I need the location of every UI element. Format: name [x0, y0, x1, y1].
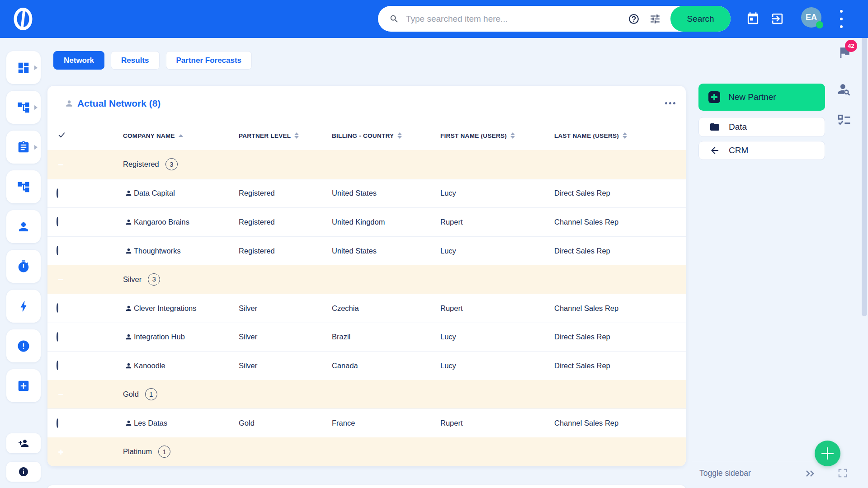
row-checkbox[interactable]: [57, 418, 58, 428]
person-search-icon[interactable]: [837, 82, 851, 96]
fullscreen-icon[interactable]: [838, 468, 848, 478]
calendar-icon[interactable]: [746, 12, 760, 26]
partner-level-cell: Registered: [239, 247, 332, 255]
online-status-dot: [816, 21, 823, 28]
billing-country-cell: France: [332, 419, 440, 427]
group-row-registered[interactable]: Registered 3: [47, 150, 686, 179]
select-all-column[interactable]: [47, 131, 123, 141]
crm-button[interactable]: CRM: [698, 141, 825, 160]
sidebar-item-dashboard[interactable]: [6, 51, 41, 84]
tab-partner-forecasts[interactable]: Partner Forecasts: [166, 51, 252, 70]
partner-level-cell: Silver: [239, 361, 332, 370]
table-row-integration-hub[interactable]: Integration Hub Silver Brazil Lucy Direc…: [47, 323, 686, 352]
sidebar-item-info[interactable]: [6, 462, 41, 482]
group-count-badge: 3: [165, 158, 178, 170]
sidebar-item-person[interactable]: [6, 210, 41, 243]
group-label: Gold: [123, 390, 139, 399]
company-cell: Kangaroo Brains: [123, 218, 239, 226]
add-fab-button[interactable]: [815, 441, 840, 466]
flag-notifications[interactable]: 42: [836, 40, 859, 63]
toggle-sidebar-label[interactable]: Toggle sidebar: [699, 469, 751, 478]
row-checkbox[interactable]: [57, 332, 58, 342]
table-row-thoughtworks[interactable]: Thoughtworks Registered United States Lu…: [47, 236, 686, 265]
tab-network[interactable]: Network: [53, 51, 104, 70]
group-row-silver[interactable]: Silver 3: [47, 265, 686, 294]
alert-icon: [17, 339, 30, 353]
billing-country-cell: United Kingdom: [332, 218, 440, 226]
search-button[interactable]: Search: [670, 6, 731, 32]
add-box-icon: [17, 379, 30, 393]
table-row-les-datas[interactable]: Les Datas Gold France Rupert Channel Sal…: [47, 408, 686, 437]
last-name-cell: Direct Sales Rep: [554, 247, 686, 255]
sidebar-item-person-add[interactable]: [6, 433, 41, 453]
sidebar-item-org-tree[interactable]: [6, 170, 41, 203]
partner-level-cell: Registered: [239, 189, 332, 197]
timer-icon: [17, 260, 30, 273]
row-checkbox[interactable]: [57, 303, 58, 313]
bolt-icon: [17, 300, 30, 313]
user-avatar[interactable]: EA: [801, 7, 821, 28]
company-name: Integration Hub: [134, 333, 185, 341]
column-header-last-name-users-[interactable]: LAST NAME (USERS): [554, 132, 686, 139]
sidebar-item-org-tree[interactable]: [6, 91, 41, 124]
more-options-icon[interactable]: [840, 10, 844, 28]
sidebar-item-timer[interactable]: [6, 250, 41, 283]
sidebar-item-clipboard[interactable]: [6, 131, 41, 164]
company-cell: Kanoodle: [123, 361, 239, 370]
first-name-cell: Rupert: [440, 419, 554, 427]
avatar-initials: EA: [806, 13, 817, 22]
org-tree-icon: [17, 180, 30, 194]
new-partner-button[interactable]: New Partner: [698, 84, 825, 111]
sidebar-item-bolt[interactable]: [6, 290, 41, 323]
column-label: LAST NAME (USERS): [554, 132, 619, 139]
table-row-kanoodle[interactable]: Kanoodle Silver Canada Lucy Direct Sales…: [47, 351, 686, 380]
table-title: Actual Network (8): [77, 98, 160, 109]
vertical-scrollbar[interactable]: [862, 27, 867, 316]
column-header-company-name[interactable]: COMPANY NAME: [123, 132, 239, 139]
search-filters-icon[interactable]: [649, 13, 661, 25]
group-label: Silver: [123, 275, 142, 284]
group-row-platinum[interactable]: Platinum 1: [47, 437, 686, 466]
row-checkbox[interactable]: [57, 188, 58, 198]
column-header-first-name-users-[interactable]: FIRST NAME (USERS): [440, 132, 554, 139]
row-checkbox[interactable]: [57, 361, 58, 370]
chevron-right-icon: [34, 66, 38, 70]
row-checkbox[interactable]: [57, 217, 58, 226]
company-name: Les Datas: [134, 419, 167, 427]
column-label: COMPANY NAME: [123, 132, 175, 139]
exit-export-icon[interactable]: [770, 12, 784, 26]
first-name-cell: Rupert: [440, 218, 554, 226]
panel-footer-divider: [692, 462, 815, 462]
person-icon: [125, 333, 132, 341]
row-checkbox[interactable]: [57, 246, 58, 255]
sidebar-item-add-box[interactable]: [6, 369, 41, 402]
sidebar-item-alert[interactable]: [6, 329, 41, 362]
double-chevron-right-icon[interactable]: [805, 469, 816, 478]
group-row-gold[interactable]: Gold 1: [47, 380, 686, 409]
new-partner-label: New Partner: [728, 92, 776, 102]
table-row-kangaroo-brains[interactable]: Kangaroo Brains Registered United Kingdo…: [47, 207, 686, 236]
group-count-badge: 1: [158, 446, 170, 458]
partner-level-cell: Silver: [239, 333, 332, 341]
help-icon[interactable]: [628, 13, 640, 25]
last-name-cell: Channel Sales Rep: [554, 218, 686, 226]
card-header: Actual Network (8): [47, 86, 686, 121]
table-menu-icon[interactable]: [663, 100, 677, 106]
table-row-data-capital[interactable]: Data Capital Registered United States Lu…: [47, 179, 686, 208]
partner-level-cell: Silver: [239, 304, 332, 313]
checklist-icon[interactable]: [837, 113, 851, 127]
app-logo-icon[interactable]: [12, 6, 34, 32]
sort-arrows-icon: [179, 134, 183, 137]
column-header-billing-country[interactable]: BILLING - COUNTRY: [332, 132, 440, 139]
table-header-row: COMPANY NAME PARTNER LEVEL BILLING - COU…: [47, 121, 686, 150]
data-button[interactable]: Data: [698, 117, 825, 137]
search-input[interactable]: [399, 14, 628, 24]
company-name: Data Capital: [134, 189, 175, 197]
tab-results[interactable]: Results: [111, 51, 159, 70]
billing-country-cell: United States: [332, 189, 440, 197]
person-icon: [17, 220, 30, 234]
group-label: Registered: [123, 160, 159, 169]
column-header-partner-level[interactable]: PARTNER LEVEL: [239, 132, 332, 139]
table-row-clever-integrations[interactable]: Clever Integrations Silver Czechia Ruper…: [47, 294, 686, 323]
notification-badge: 42: [845, 40, 857, 52]
